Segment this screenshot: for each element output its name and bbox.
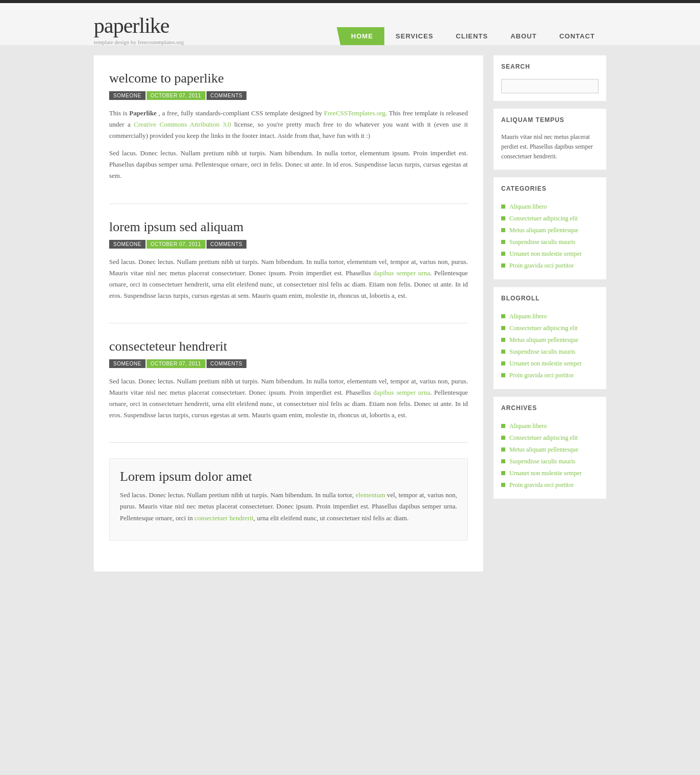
- post-1-author: SOMEONE: [109, 91, 146, 100]
- blogroll-item: Proin gravida orci portitor: [501, 370, 599, 381]
- search-widget-title: SEARCH: [501, 63, 599, 73]
- blogroll-link[interactable]: Consectetuer adipiscing elit: [509, 324, 578, 332]
- bullet-icon: [501, 338, 505, 342]
- post-4-title: Lorem ipsum dolor amet: [120, 469, 457, 484]
- bullet-icon: [501, 459, 505, 463]
- archives-widget-title: ARCHIVES: [501, 404, 599, 414]
- bullet-icon: [501, 424, 505, 428]
- post-2-date: OCTOBER 07, 2011: [147, 240, 205, 249]
- nav-clients[interactable]: CLIENTS: [445, 27, 500, 45]
- blogroll-item: Suspendisse iaculis mauris: [501, 346, 599, 358]
- bullet-icon: [501, 350, 505, 354]
- post-3-title: consecteteur hendrerit: [109, 339, 468, 354]
- category-link[interactable]: Metus aliquam pellentesque: [509, 227, 579, 234]
- link-dapibus-1[interactable]: dapibus semper urna: [373, 269, 430, 277]
- archive-item: Proin gravida orci portitor: [501, 479, 599, 491]
- archive-item: Metus aliquam pellentesque: [501, 444, 599, 456]
- post-2-title: lorem ipsum sed aliquam: [109, 219, 468, 235]
- archive-link[interactable]: Consectetuer adipiscing elit: [509, 434, 578, 442]
- post-1-para-2: Sed lacus. Donec lectus. Nullam pretium …: [109, 148, 468, 181]
- bullet-icon: [501, 240, 505, 244]
- category-item: Metus aliquam pellentesque: [501, 225, 599, 236]
- category-item: Urnanet non molestie semper: [501, 248, 599, 260]
- category-item: Suspendisse iaculis mauris: [501, 236, 599, 248]
- post-3-meta: SOMEONE OCTOBER 07, 2011 COMMENTS: [109, 359, 468, 368]
- post-1-title: welcome to paperlike: [109, 71, 468, 86]
- category-link[interactable]: Consectetuer adipiscing elit: [509, 215, 578, 222]
- archive-link[interactable]: Aliquam libero: [509, 422, 547, 430]
- category-link[interactable]: Suspendisse iaculis mauris: [509, 238, 575, 246]
- nav-home[interactable]: HOME: [337, 27, 384, 45]
- archive-link[interactable]: Metus aliquam pellentesque: [509, 446, 579, 454]
- bullet-icon: [501, 314, 505, 318]
- blogroll-item: Consectetuer adipiscing elit: [501, 322, 599, 334]
- post-2-author: SOMEONE: [109, 240, 146, 249]
- blogroll-item: Metus aliquam pellentesque: [501, 334, 599, 346]
- search-widget: SEARCH: [493, 55, 606, 101]
- categories-list: Aliquam libero Consectetuer adipiscing e…: [501, 201, 599, 272]
- blogroll-widget: BLOGROLL Aliquam libero Consectetuer adi…: [493, 287, 606, 389]
- post-2-para-1: Sed lacus. Donec lectus. Nullam pretium …: [109, 256, 468, 301]
- bullet-icon: [501, 263, 505, 268]
- logo-area: paperlike template design by freecsstemp…: [94, 13, 184, 45]
- search-input[interactable]: [501, 79, 599, 93]
- nav-about[interactable]: ABOUT: [499, 27, 548, 45]
- bullet-icon: [501, 436, 505, 440]
- aliquam-widget: ALIQUAM TEMPUS Mauris vitae nisl nec met…: [493, 109, 606, 170]
- logo-subtitle: template design by freecsstemplates.org: [94, 39, 184, 45]
- main-wrapper: welcome to paperlike SOMEONE OCTOBER 07,…: [84, 45, 616, 582]
- link-dapibus-2[interactable]: dapibus semper urna: [373, 389, 430, 396]
- category-link[interactable]: Aliquam libero: [509, 203, 547, 211]
- post-4-para-1: Sed lacus. Donec lectus. Nullam pretium …: [120, 490, 457, 523]
- blogroll-widget-title: BLOGROLL: [501, 295, 599, 304]
- bullet-icon: [501, 252, 505, 256]
- post-2-meta: SOMEONE OCTOBER 07, 2011 COMMENTS: [109, 240, 468, 249]
- aliquam-widget-title: ALIQUAM TEMPUS: [501, 116, 599, 126]
- nav-services[interactable]: SERVICES: [384, 27, 445, 45]
- post-1-date: OCTOBER 07, 2011: [147, 91, 205, 100]
- archive-item: Urnanet non molestie semper: [501, 467, 599, 479]
- post-1: welcome to paperlike SOMEONE OCTOBER 07,…: [109, 71, 468, 204]
- archive-link[interactable]: Urnanet non molestie semper: [509, 470, 582, 477]
- bullet-icon: [501, 471, 505, 475]
- link-consectetuer[interactable]: consectetuer hendrerit: [194, 514, 253, 522]
- post-3-author: SOMEONE: [109, 359, 146, 368]
- archive-list: Aliquam libero Consectetuer adipiscing e…: [501, 420, 599, 491]
- link-creative-commons[interactable]: Creative Commons Attribution 3.0: [134, 120, 231, 128]
- categories-widget: CATEGORIES Aliquam libero Consectetuer a…: [493, 177, 606, 279]
- blogroll-link[interactable]: Proin gravida orci portitor: [509, 372, 574, 379]
- post-2-comments: COMMENTS: [207, 240, 246, 249]
- category-link[interactable]: Proin gravida orci portitor: [509, 262, 574, 270]
- bullet-icon: [501, 205, 505, 209]
- link-elementum[interactable]: elementum: [356, 491, 385, 499]
- bullet-icon: [501, 216, 505, 220]
- bullet-icon: [501, 228, 505, 232]
- header: paperlike template design by freecsstemp…: [0, 3, 700, 45]
- archive-link[interactable]: Suspendisse iaculis mauris: [509, 458, 575, 465]
- nav-contact[interactable]: CONTACT: [548, 27, 606, 45]
- blogroll-link[interactable]: Suspendisse iaculis mauris: [509, 348, 575, 356]
- post-1-para-1: This is Paperlike , a free, fully standa…: [109, 108, 468, 141]
- post-3: consecteteur hendrerit SOMEONE OCTOBER 0…: [109, 339, 468, 443]
- category-link[interactable]: Urnanet non molestie semper: [509, 250, 582, 258]
- link-freecss[interactable]: FreeCSSTemplates.org: [324, 109, 385, 117]
- sidebar: SEARCH ALIQUAM TEMPUS Mauris vitae nisl …: [493, 55, 606, 572]
- bullet-icon: [501, 447, 505, 452]
- archive-item: Aliquam libero: [501, 420, 599, 432]
- blogroll-link[interactable]: Metus aliquam pellentesque: [509, 336, 579, 344]
- post-1-comments: COMMENTS: [207, 91, 246, 100]
- bullet-icon: [501, 373, 505, 377]
- bullet-icon: [501, 326, 505, 330]
- archive-item: Consectetuer adipiscing elit: [501, 432, 599, 444]
- categories-widget-title: CATEGORIES: [501, 185, 599, 195]
- archive-link[interactable]: Proin gravida orci portitor: [509, 481, 574, 489]
- blogroll-list: Aliquam libero Consectetuer adipiscing e…: [501, 311, 599, 381]
- post-1-meta: SOMEONE OCTOBER 07, 2011 COMMENTS: [109, 91, 468, 100]
- blogroll-link[interactable]: Aliquam libero: [509, 313, 547, 320]
- archive-item: Suspendisse iaculis mauris: [501, 456, 599, 467]
- post-2: lorem ipsum sed aliquam SOMEONE OCTOBER …: [109, 219, 468, 323]
- post-3-comments: COMMENTS: [207, 359, 246, 368]
- post-3-date: OCTOBER 07, 2011: [147, 359, 205, 368]
- logo-title[interactable]: paperlike: [94, 13, 184, 38]
- blogroll-link[interactable]: Urnanet non molestie semper: [509, 360, 582, 368]
